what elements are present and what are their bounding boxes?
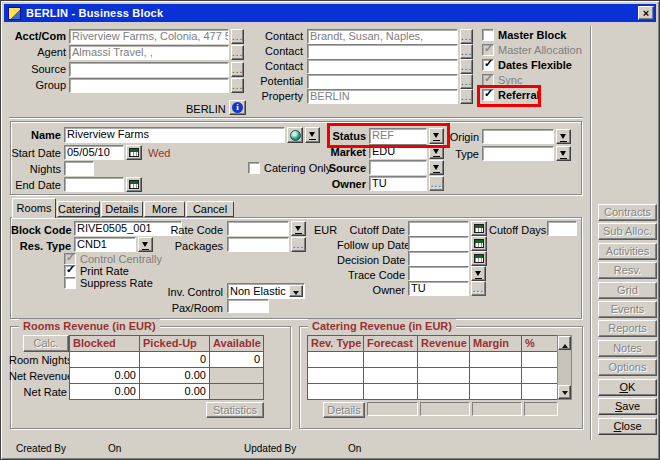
potential-lookup-button[interactable]: ... — [460, 74, 473, 89]
catering-cell[interactable] — [417, 383, 470, 400]
catering-scrollbar[interactable] — [557, 335, 572, 400]
catering-cell[interactable] — [469, 383, 522, 400]
catering-cell[interactable] — [363, 367, 418, 384]
start-date-field[interactable]: 05/05/10 — [64, 145, 124, 160]
res-type-list-button[interactable] — [138, 237, 153, 252]
follow-up-date-field[interactable] — [408, 236, 469, 251]
source-list-button[interactable] — [429, 160, 444, 175]
catering-cell[interactable] — [307, 351, 364, 368]
catering-cell[interactable] — [521, 351, 558, 368]
catering-cell[interactable] — [307, 367, 364, 384]
print-rate-checkbox[interactable]: ✓ — [64, 265, 76, 277]
close-icon[interactable]: × — [638, 6, 654, 20]
acct-com-field[interactable]: Riverview Farms, Colonia, 477 550-38 — [69, 29, 229, 44]
statistics-button: Statistics — [206, 402, 264, 418]
catering-cell[interactable] — [363, 383, 418, 400]
follow-up-date-calendar-button[interactable] — [471, 236, 487, 251]
market-field[interactable]: EDU — [369, 144, 427, 159]
group-field[interactable] — [69, 78, 229, 93]
catering-cell[interactable] — [469, 351, 522, 368]
contact-2-lookup-button[interactable]: ... — [460, 44, 473, 59]
tab-cancel[interactable]: Cancel — [186, 201, 234, 217]
ok-button[interactable]: OK — [598, 379, 657, 396]
contact-3-lookup-button[interactable]: ... — [460, 59, 473, 74]
title-bar: BERLIN - Business Block × — [4, 4, 656, 22]
property-field[interactable]: BERLIN — [307, 89, 458, 104]
source-code-field[interactable] — [369, 160, 427, 175]
catering-cell[interactable] — [363, 351, 418, 368]
res-type-field[interactable]: CND1 — [74, 237, 136, 252]
rooms-owner-field[interactable]: TU — [408, 281, 469, 296]
catering-cell[interactable] — [417, 351, 470, 368]
type-field[interactable] — [482, 146, 554, 161]
rate-code-field[interactable] — [227, 221, 289, 236]
start-date-calendar-button[interactable] — [126, 145, 142, 160]
property-lookup-button[interactable]: ... — [460, 89, 473, 104]
packages-field[interactable] — [227, 237, 289, 252]
source-lookup-button[interactable]: ... — [231, 62, 244, 77]
room-nights-available-cell[interactable]: 0 — [209, 351, 264, 368]
cutoff-days-field[interactable] — [547, 221, 577, 236]
referral-checkbox[interactable]: ✓ — [482, 89, 494, 101]
contact-3-field[interactable] — [307, 59, 458, 74]
trace-code-field[interactable] — [408, 266, 469, 281]
close-button[interactable]: Close — [598, 418, 657, 435]
origin-field[interactable] — [482, 129, 554, 144]
catering-only-checkbox[interactable] — [248, 162, 260, 174]
suppress-rate-checkbox[interactable] — [64, 277, 76, 289]
source-field[interactable] — [69, 62, 229, 77]
property-info-button[interactable]: i — [229, 100, 246, 115]
contact-2-field[interactable] — [307, 44, 458, 59]
contact-1-lookup-button[interactable]: ... — [460, 29, 473, 44]
source-code-label: Source — [321, 161, 366, 176]
master-block-checkbox[interactable] — [482, 29, 494, 41]
scroll-down-icon[interactable] — [558, 385, 571, 399]
group-lookup-button[interactable]: ... — [231, 78, 244, 93]
name-field[interactable]: Riverview Farms — [64, 127, 285, 143]
net-rate-blocked-cell[interactable]: 0.00 — [69, 383, 140, 400]
dates-flexible-checkbox[interactable]: ✓ — [482, 59, 494, 71]
owner-field[interactable]: TU — [369, 176, 427, 191]
owner-lookup-button: ... — [429, 176, 444, 191]
agent-field[interactable]: Almassi Travel, , — [69, 45, 229, 60]
catering-cell[interactable] — [469, 367, 522, 384]
decision-date-field[interactable] — [408, 251, 469, 266]
name-list-button[interactable] — [305, 127, 320, 143]
status-field[interactable]: REF — [369, 128, 427, 144]
acct-com-lookup-button[interactable]: ... — [231, 29, 244, 44]
agent-lookup-button[interactable]: ... — [231, 45, 244, 60]
packages-lookup-button[interactable]: ... — [291, 237, 306, 252]
cutoff-date-field[interactable] — [408, 221, 469, 236]
tab-catering[interactable]: Catering — [57, 201, 100, 217]
inv-control-combo[interactable]: Non Elastic — [227, 283, 305, 299]
end-date-calendar-button[interactable] — [126, 177, 142, 192]
catering-cell[interactable] — [417, 367, 470, 384]
translate-button[interactable] — [287, 127, 303, 143]
catering-cell[interactable] — [521, 367, 558, 384]
net-revenue-blocked-cell[interactable]: 0.00 — [69, 367, 140, 384]
contact-1-field[interactable]: Brandt, Susan, Naples, — [307, 29, 458, 44]
end-date-field[interactable] — [64, 177, 124, 192]
room-nights-picked-up-cell[interactable]: 0 — [139, 351, 210, 368]
type-list-button[interactable] — [556, 146, 571, 161]
net-revenue-picked-up-cell[interactable]: 0.00 — [139, 367, 210, 384]
pax-room-field[interactable] — [227, 299, 269, 313]
catering-cell[interactable] — [307, 383, 364, 400]
catering-cell[interactable] — [521, 383, 558, 400]
room-nights-blocked-cell[interactable] — [69, 351, 140, 368]
potential-field[interactable] — [307, 74, 458, 89]
tab-rooms[interactable]: Rooms — [12, 198, 56, 218]
chevron-down-icon[interactable] — [289, 285, 303, 297]
tab-more[interactable]: More — [144, 201, 185, 217]
updated-by-label: Updated By — [244, 441, 296, 456]
origin-list-button[interactable] — [556, 129, 571, 144]
tab-details[interactable]: Details — [101, 201, 143, 217]
rate-code-list-button[interactable] — [291, 221, 306, 236]
net-rate-picked-up-cell[interactable]: 0.00 — [139, 383, 210, 400]
trace-code-list-button[interactable] — [471, 266, 486, 281]
scroll-up-icon[interactable] — [558, 336, 571, 350]
nights-field[interactable] — [64, 161, 94, 176]
decision-date-calendar-button[interactable] — [471, 251, 487, 266]
save-button[interactable]: Save — [598, 398, 657, 415]
cutoff-date-calendar-button[interactable] — [471, 221, 487, 236]
